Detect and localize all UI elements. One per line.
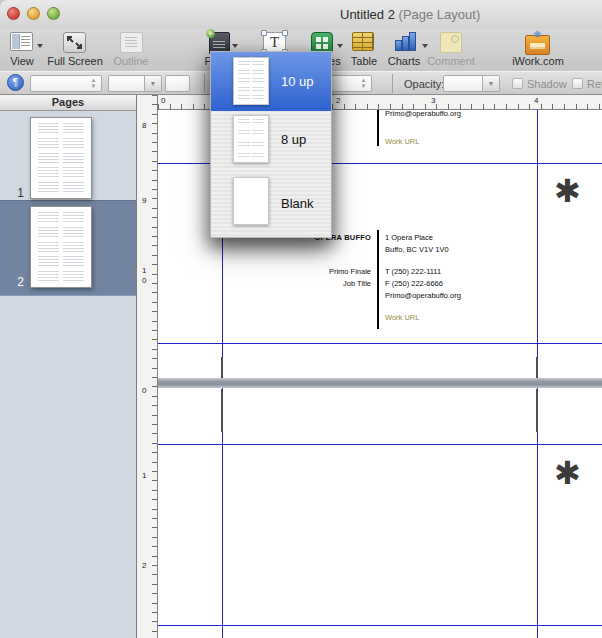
view-icon[interactable] — [10, 32, 33, 51]
font-style-dropdown: ▼ — [108, 75, 162, 92]
layout-guide-horizontal — [158, 343, 602, 344]
page-1-thumbnail[interactable] — [30, 117, 92, 199]
card-divider-rule — [377, 230, 379, 329]
charts-icon[interactable] — [394, 32, 416, 51]
card-email-text[interactable]: Primo@operabuffo.org — [385, 110, 461, 120]
charts-dropdown-arrow-icon[interactable] — [422, 44, 428, 48]
font-size-field — [165, 75, 190, 92]
full-screen-icon[interactable] — [63, 32, 86, 53]
vruler-number: 8 — [142, 122, 146, 130]
minimize-window-button[interactable] — [27, 7, 40, 20]
table-button[interactable]: Table — [342, 55, 386, 68]
menu-item-8-up[interactable]: 8 up — [211, 111, 331, 169]
iwork-share-icon[interactable] — [525, 35, 550, 55]
page-2-thumbnail[interactable] — [30, 206, 92, 288]
dropdown-arrow-icon: ▼ — [482, 76, 499, 91]
text-box-edge-mark — [536, 389, 538, 432]
page-break-separator — [158, 378, 602, 388]
outline-icon — [120, 32, 143, 53]
vertical-ruler-ticks — [152, 95, 157, 638]
menu-item-label: 10 up — [281, 74, 314, 89]
vruler-number: 0 — [142, 277, 146, 285]
sidebar-header: Pages — [0, 95, 136, 111]
page-1-number: 1 — [8, 186, 24, 200]
add-page-plus-badge: + — [206, 29, 215, 38]
card-divider-rule — [377, 110, 379, 146]
comment-button: Comment — [420, 55, 482, 68]
vruler-number: 2 — [142, 562, 146, 570]
reflection-checkbox — [572, 78, 583, 89]
menu-item-label: 8 up — [281, 132, 306, 147]
card-url-text[interactable]: Work URL — [385, 312, 419, 324]
hruler-number: 4 — [534, 97, 538, 105]
vruler-number: 1 — [142, 267, 146, 275]
page-2-number: 2 — [8, 275, 24, 289]
text-box-edge-mark — [221, 357, 223, 378]
table-icon[interactable] — [352, 32, 374, 51]
document-mode-label: (Page Layout) — [399, 7, 481, 22]
zoom-window-button[interactable] — [47, 7, 60, 20]
shapes-dropdown-arrow-icon[interactable] — [337, 44, 343, 48]
card-url-text[interactable]: Work URL — [385, 136, 419, 148]
text-box-icon[interactable]: T — [263, 32, 286, 53]
text-box-edge-mark — [536, 357, 538, 378]
shadow-label: Shadow — [527, 78, 567, 90]
vertical-ruler: 8 9 1 0 0 1 2 — [137, 95, 158, 638]
view-dropdown-arrow-icon[interactable] — [37, 44, 43, 48]
menu-item-blank[interactable]: Blank — [211, 169, 331, 237]
comment-icon — [440, 32, 462, 53]
pages-dropdown-arrow-icon[interactable] — [232, 44, 238, 48]
pages-sidebar: Pages 1 2 — [0, 95, 137, 638]
view-button[interactable]: View — [2, 55, 42, 68]
template-thumbnail-blank — [233, 177, 269, 225]
text-box-edge-mark — [221, 389, 223, 432]
card-logo-asterisk[interactable]: ✱ — [554, 456, 581, 490]
hruler-number: 2 — [336, 97, 340, 105]
close-window-button[interactable] — [7, 7, 20, 20]
iwork-com-button[interactable]: iWork.com — [508, 55, 568, 68]
format-bar-separator — [204, 74, 205, 93]
format-bar-separator — [392, 74, 393, 93]
font-family-field: ▲▼ — [30, 75, 102, 92]
pages-app-window: { "window": { "title": "Untitled 2", "mo… — [0, 0, 602, 638]
dropdown-arrow-icon: ▼ — [144, 76, 161, 91]
vruler-number: 1 — [142, 472, 146, 480]
layout-guide-horizontal — [158, 625, 602, 626]
template-thumbnail-10up — [233, 57, 269, 105]
vruler-number: 0 — [142, 387, 146, 395]
invisibles-paragraph-button[interactable]: ¶ — [7, 74, 24, 91]
pages-template-menu: 10 up 8 up Blank — [210, 51, 332, 238]
card-logo-asterisk[interactable]: ✱ — [554, 174, 581, 208]
menu-item-10-up[interactable]: 10 up — [211, 52, 331, 111]
menu-item-label: Blank — [281, 196, 314, 211]
card-name-title-text[interactable]: Primo Finale Job Title — [285, 266, 371, 290]
reflection-label: Refle — [587, 78, 602, 90]
window-title: Untitled 2 (Page Layout) — [340, 7, 480, 22]
vruler-number: 9 — [142, 197, 146, 205]
full-screen-button[interactable]: Full Screen — [43, 55, 107, 68]
layout-guide-horizontal — [158, 444, 602, 445]
shadow-checkbox — [512, 78, 523, 89]
outline-button: Outline — [102, 55, 160, 68]
card-contact-text[interactable]: T (250) 222-1111 F (250) 222-6666 Primo@… — [385, 266, 461, 302]
opacity-dropdown: ▼ — [443, 75, 500, 92]
card-address-text[interactable]: 1 Opera Place Buffo, BC V1V 1V0 — [385, 232, 449, 256]
opacity-label: Opacity: — [404, 78, 444, 90]
template-thumbnail-8up — [233, 115, 269, 163]
hruler-number: 0 — [161, 97, 165, 105]
title-bar: Untitled 2 (Page Layout) — [0, 0, 602, 30]
hruler-number: 3 — [431, 97, 435, 105]
